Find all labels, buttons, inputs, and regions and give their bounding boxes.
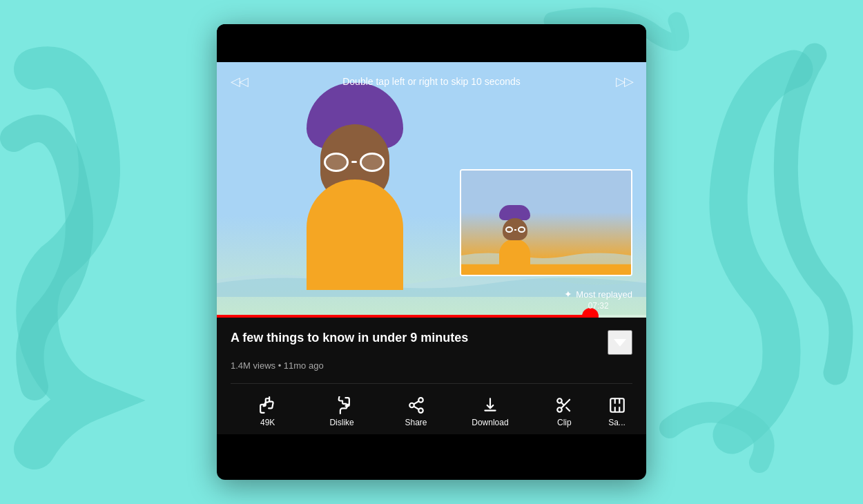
most-replayed-section: ✦ Most replayed 07:32	[564, 289, 632, 311]
svg-line-10	[561, 403, 564, 405]
dislike-button[interactable]: Dislike	[304, 389, 378, 434]
svg-line-4	[414, 407, 418, 409]
video-title: A few things to know in under 9 minutes	[231, 330, 601, 346]
skip-hint-text: Double tap left or right to skip 10 seco…	[247, 76, 616, 87]
share-button[interactable]: Share	[379, 389, 453, 434]
clip-icon	[555, 396, 573, 414]
svg-point-6	[558, 398, 563, 403]
svg-point-3	[418, 408, 423, 413]
svg-line-5	[414, 401, 418, 404]
thumbs-down-icon	[333, 396, 351, 414]
clip-label: Clip	[557, 418, 572, 427]
download-label: Download	[472, 418, 508, 427]
svg-point-2	[409, 403, 414, 408]
mini-preview-popup	[460, 169, 632, 276]
like-button[interactable]: 49K	[231, 389, 304, 434]
skip-left-arrows: ◁◁	[231, 74, 247, 89]
video-meta: 1.4M views • 11mo ago	[231, 360, 632, 371]
phone-container: ◁◁ Double tap left or right to skip 10 s…	[217, 24, 646, 480]
dislike-label: Dislike	[329, 418, 353, 427]
chevron-down-icon	[614, 339, 626, 347]
main-character	[286, 97, 424, 290]
svg-point-7	[558, 407, 563, 412]
skip-right-arrows: ▷▷	[616, 74, 632, 89]
download-button[interactable]: Download	[453, 389, 527, 434]
actions-row: 49K Dislike Share	[231, 383, 632, 434]
svg-line-9	[566, 407, 570, 411]
collapse-button[interactable]	[608, 330, 632, 355]
info-panel: A few things to know in under 9 minutes …	[217, 318, 646, 434]
svg-point-1	[418, 398, 423, 403]
progress-fill	[217, 315, 590, 318]
top-status-bar	[217, 24, 646, 62]
download-icon	[481, 396, 499, 414]
progress-bar[interactable]	[217, 315, 646, 318]
save-button-partial[interactable]: Sa...	[601, 389, 632, 434]
share-label: Share	[405, 418, 427, 427]
save-label: Sa...	[608, 418, 626, 427]
most-replayed-label: Most replayed	[576, 289, 632, 300]
mini-character	[499, 205, 530, 266]
sparkle-icon: ✦	[564, 289, 572, 300]
double-tap-overlay: ◁◁ Double tap left or right to skip 10 s…	[217, 62, 646, 100]
save-icon	[608, 396, 626, 414]
share-icon	[407, 396, 425, 414]
clip-button[interactable]: Clip	[527, 389, 601, 434]
svg-rect-11	[610, 398, 624, 412]
video-area[interactable]: ◁◁ Double tap left or right to skip 10 s…	[217, 62, 646, 318]
most-replayed-time: 07:32	[564, 301, 632, 311]
thumbs-up-icon	[259, 396, 277, 414]
like-count: 49K	[260, 418, 275, 427]
